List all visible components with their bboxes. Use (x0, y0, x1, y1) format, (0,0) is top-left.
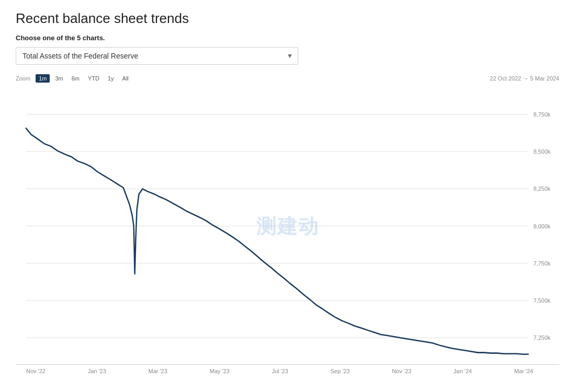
x-label-mar23: Mar '23 (148, 368, 167, 374)
x-label-nov23: Nov '23 (392, 368, 411, 374)
svg-text:7,250k: 7,250k (534, 335, 551, 341)
zoom-1m[interactable]: 1m (36, 74, 50, 83)
zoom-1y[interactable]: 1y (105, 74, 117, 83)
x-axis-labels: Nov '22 Jan '23 Mar '23 May '23 Jul '23 … (16, 365, 559, 374)
x-label-jan24: Jan '24 (454, 368, 472, 374)
svg-text:7,500k: 7,500k (534, 297, 551, 304)
chart-selector[interactable]: Total Assets of the Federal Reserve Tota… (16, 47, 298, 65)
date-range: 22 Oct 2022 → 5 Mar 2024 (490, 75, 559, 82)
x-label-sep23: Sep '23 (331, 368, 350, 374)
date-start: 22 Oct 2022 (490, 75, 521, 82)
svg-text:8,000k: 8,000k (534, 223, 551, 229)
date-arrow: → (523, 75, 530, 82)
date-end: 5 Mar 2024 (530, 75, 559, 82)
zoom-all[interactable]: All (119, 74, 132, 83)
svg-text:8,500k: 8,500k (534, 148, 551, 155)
zoom-controls: Zoom 1m 3m 6m YTD 1y All (16, 74, 132, 83)
x-label-nov22: Nov '22 (26, 368, 46, 374)
zoom-label: Zoom (16, 75, 30, 82)
chart-area: 测建动 8,750k 8,500k 8,250k 8,000k 7,750k 7… (16, 88, 559, 365)
zoom-bar: Zoom 1m 3m 6m YTD 1y All 22 Oct 2022 → 5… (16, 74, 559, 83)
x-label-jul23: Jul '23 (272, 368, 288, 374)
x-label-mar24: Mar '24 (514, 368, 533, 374)
zoom-ytd[interactable]: YTD (85, 74, 103, 83)
dropdown-container: Total Assets of the Federal Reserve Tota… (16, 47, 298, 65)
page-subtitle: Choose one of the 5 charts. (16, 34, 559, 42)
zoom-6m[interactable]: 6m (69, 74, 83, 83)
svg-text:8,750k: 8,750k (534, 111, 551, 118)
svg-text:8,250k: 8,250k (534, 186, 551, 192)
zoom-3m[interactable]: 3m (52, 74, 66, 83)
chart-selector-wrapper: Total Assets of the Federal Reserve Tota… (16, 47, 559, 65)
x-label-jan23: Jan '23 (88, 368, 106, 374)
chart-svg: 8,750k 8,500k 8,250k 8,000k 7,750k 7,500… (16, 88, 559, 364)
svg-text:7,750k: 7,750k (534, 260, 551, 267)
page-title: Recent balance sheet trends (16, 10, 559, 27)
x-label-may23: May '23 (210, 368, 230, 374)
